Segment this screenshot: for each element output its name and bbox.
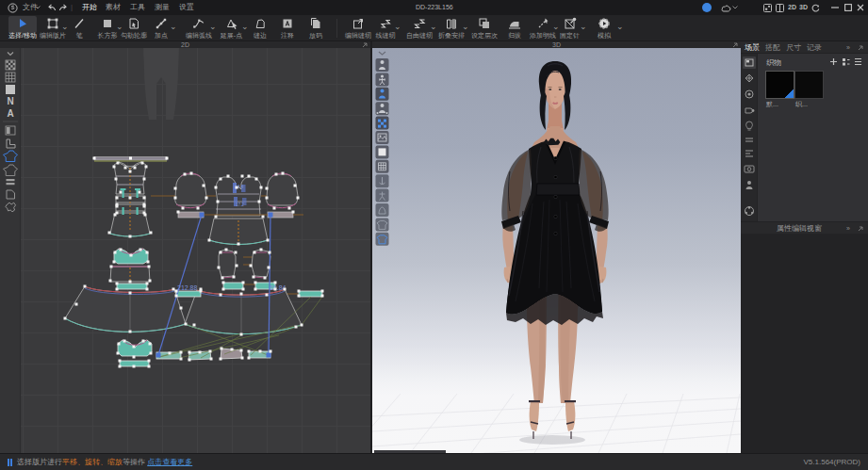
svg-text:17.2: 17.2 [236,203,244,207]
svg-text:A: A [7,108,13,119]
svg-text:N: N [7,96,13,106]
svg-text:212.88: 212.88 [177,284,198,291]
svg-text:8.4: 8.4 [237,185,244,189]
